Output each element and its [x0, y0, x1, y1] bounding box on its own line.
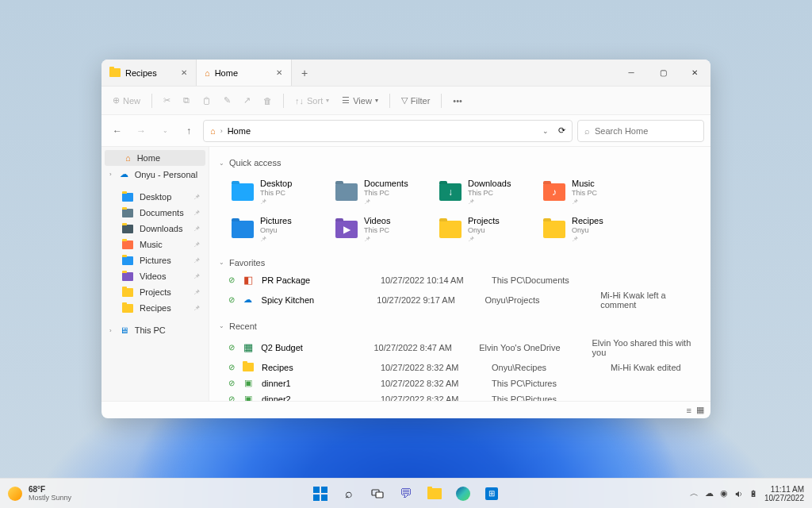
- refresh-button[interactable]: ⟳: [558, 125, 565, 136]
- maximize-button[interactable]: ▢: [647, 60, 679, 86]
- breadcrumb[interactable]: Home: [228, 126, 251, 136]
- volume-icon[interactable]: 🔉︎: [734, 489, 743, 498]
- sort-button[interactable]: ↑↓ Sort ▾: [290, 93, 334, 109]
- up-button[interactable]: ↑: [179, 121, 198, 140]
- task-view-button[interactable]: [365, 481, 390, 506]
- chevron-up-icon[interactable]: ︿: [690, 487, 699, 499]
- search-box[interactable]: ⌕: [577, 120, 704, 142]
- forward-button[interactable]: →: [132, 121, 151, 140]
- tab-recipes[interactable]: Recipes ✕: [102, 60, 197, 86]
- close-icon[interactable]: ✕: [178, 67, 190, 79]
- sidebar-item[interactable]: Recipes📌︎: [102, 300, 209, 316]
- pin-icon: 📌︎: [193, 256, 201, 264]
- more-button[interactable]: •••: [448, 93, 467, 109]
- sidebar-item-onedrive[interactable]: › ☁ Onyu - Personal: [102, 166, 209, 183]
- folder-icon: [122, 256, 133, 265]
- file-explorer-button[interactable]: [422, 481, 447, 506]
- quick-access-item[interactable]: ↓DownloadsThis PC📌︎: [436, 175, 527, 210]
- search-icon: ⌕: [584, 126, 590, 136]
- filter-button[interactable]: ▽ Filter: [396, 92, 435, 109]
- sidebar-item-thispc[interactable]: › 🖥︎ This PC: [102, 322, 209, 338]
- onedrive-tray-icon[interactable]: ☁: [705, 488, 714, 498]
- chevron-right-icon[interactable]: ›: [109, 171, 112, 178]
- quick-access-item[interactable]: ♪MusicThis PC📌︎: [540, 175, 631, 210]
- chevron-down-icon: ⌄: [219, 259, 224, 266]
- section-title: Recent: [229, 321, 257, 331]
- edge-button[interactable]: [450, 481, 476, 506]
- sidebar-item[interactable]: Pictures📌︎: [102, 252, 209, 268]
- rename-button[interactable]: ✎: [219, 92, 236, 109]
- quick-access-item[interactable]: PicturesOnyu📌︎: [228, 213, 320, 247]
- section-header-favorites[interactable]: ⌄ Favorites: [219, 253, 701, 272]
- quick-access-item[interactable]: ProjectsOnyu📌︎: [436, 213, 527, 247]
- section-title: Favorites: [229, 258, 265, 267]
- wifi-icon[interactable]: ◉: [720, 488, 728, 498]
- address-bar[interactable]: ⌂ › Home ⌄ ⟳: [203, 120, 573, 142]
- section-header-recent[interactable]: ⌄ Recent: [219, 317, 701, 336]
- recent-locations-button[interactable]: ⌄: [155, 121, 174, 140]
- store-button[interactable]: ⊞: [479, 481, 504, 506]
- file-status: Elvin Yoo shared this with you: [592, 338, 701, 357]
- delete-button[interactable]: 🗑︎: [259, 93, 277, 109]
- close-button[interactable]: ✕: [679, 60, 710, 86]
- system-tray[interactable]: ︿ ☁ ◉ 🔉︎ 🔋︎ 11:11 AM 10/27/2022: [690, 485, 804, 502]
- dropdown-icon[interactable]: ⌄: [542, 127, 549, 135]
- sidebar-item[interactable]: Videos📌︎: [102, 268, 209, 284]
- search-input[interactable]: [595, 126, 697, 136]
- pin-icon: 📌︎: [193, 209, 201, 217]
- folder-icon: [122, 304, 133, 313]
- chevron-right-icon[interactable]: ›: [109, 327, 112, 334]
- clock[interactable]: 11:11 AM 10/27/2022: [764, 485, 804, 502]
- pin-icon: 📌︎: [468, 235, 500, 244]
- file-row[interactable]: ⊘▣dinner110/27/2022 8:32 AMThis PC\Pictu…: [219, 375, 701, 391]
- new-tab-button[interactable]: +: [292, 60, 317, 86]
- folder-icon: [122, 225, 133, 233]
- item-sublabel: Onyu: [572, 226, 603, 235]
- sidebar-item-label: Recipes: [140, 303, 171, 313]
- item-label: Videos: [364, 216, 390, 226]
- sync-status-icon: ⊘: [228, 379, 235, 387]
- new-button[interactable]: ⊕ New: [108, 92, 145, 109]
- file-date: 10/27/2022 9:17 AM: [377, 295, 477, 305]
- item-label: Documents: [364, 179, 408, 189]
- sidebar-item[interactable]: Desktop📌︎: [102, 189, 209, 205]
- paste-button[interactable]: 📋︎: [197, 93, 216, 109]
- quick-access-item[interactable]: DesktopThis PC📌︎: [228, 175, 320, 210]
- section-header-quickaccess[interactable]: ⌄ Quick access: [219, 153, 701, 172]
- sidebar-item-label: Documents: [140, 208, 184, 217]
- sidebar-item-label: Projects: [140, 287, 171, 297]
- sidebar-item[interactable]: Documents📌︎: [102, 205, 209, 221]
- file-location: Onyu\Projects: [485, 295, 592, 305]
- chat-button[interactable]: 💬︎: [393, 481, 419, 506]
- search-button[interactable]: ⌕: [336, 481, 362, 506]
- copy-button[interactable]: ⧉: [178, 92, 194, 109]
- taskbar-weather[interactable]: 68°F Mostly Sunny: [8, 485, 71, 502]
- weather-icon: [8, 487, 22, 501]
- sidebar-item-home[interactable]: ⌂ Home: [105, 150, 205, 166]
- pin-icon: 📌︎: [468, 198, 511, 206]
- sidebar-item[interactable]: Downloads📌︎: [102, 221, 209, 237]
- file-row[interactable]: ⊘Recipes10/27/2022 8:32 AMOnyu\RecipesMi…: [219, 360, 701, 375]
- pin-icon: 📌︎: [193, 272, 201, 280]
- minimize-button[interactable]: ─: [615, 60, 647, 86]
- file-row[interactable]: ⊘▦Q2 Budget10/27/2022 8:47 AMElvin Yoo's…: [219, 336, 701, 360]
- share-button[interactable]: ↗: [239, 92, 255, 109]
- view-button[interactable]: ☰ View ▾: [337, 92, 383, 109]
- sidebar-item[interactable]: Music📌︎: [102, 237, 209, 252]
- details-view-button[interactable]: ≡: [687, 406, 691, 415]
- file-date: 10/27/2022 8:47 AM: [373, 343, 471, 352]
- quick-access-item[interactable]: RecipesOnyu📌︎: [540, 213, 631, 247]
- battery-icon[interactable]: 🔋︎: [749, 489, 758, 498]
- file-row[interactable]: ⊘☁Spicy Kitchen10/27/2022 9:17 AMOnyu\Pr…: [219, 288, 701, 312]
- tab-home[interactable]: ⌂ Home ✕: [197, 60, 292, 86]
- quick-access-item[interactable]: ▶VideosThis PC📌︎: [332, 213, 423, 247]
- quick-access-item[interactable]: DocumentsThis PC📌︎: [332, 175, 423, 210]
- file-row[interactable]: ⊘◧PR Package10/27/2022 10:14 AMThis PC\D…: [219, 272, 701, 288]
- sidebar-item[interactable]: Projects📌︎: [102, 284, 209, 300]
- back-button[interactable]: ←: [108, 121, 127, 140]
- close-icon[interactable]: ✕: [274, 67, 285, 79]
- file-row[interactable]: ⊘▣dinner210/27/2022 8:32 AMThis PC\Pictu…: [219, 391, 701, 401]
- icons-view-button[interactable]: ▦: [696, 405, 704, 415]
- cut-button[interactable]: ✂: [159, 92, 175, 109]
- start-button[interactable]: [308, 481, 333, 506]
